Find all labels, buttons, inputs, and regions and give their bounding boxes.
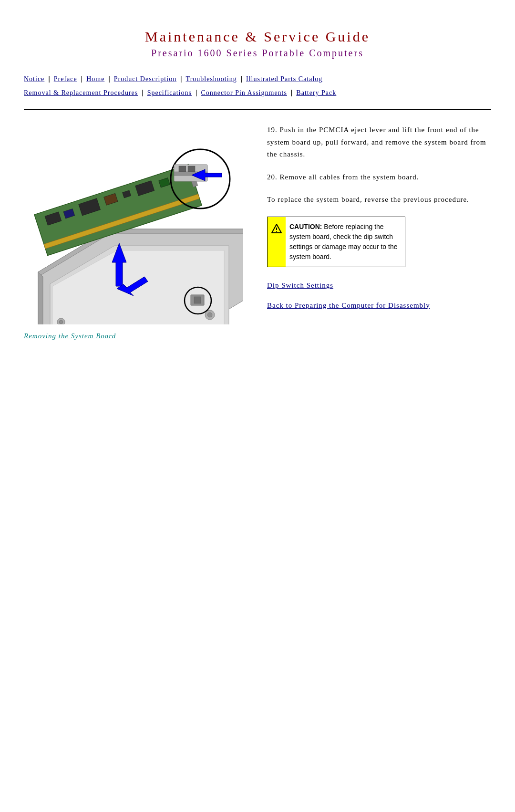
step-19: 19. Push in the PCMCIA eject lever and l… <box>267 124 491 161</box>
caution-text: CAUTION: Before replacing the system boa… <box>286 217 405 267</box>
sep7: | <box>194 89 199 96</box>
nav-connector-pin[interactable]: Connector Pin Assignments <box>201 89 287 96</box>
nav-specifications[interactable]: Specifications <box>147 89 192 96</box>
nav-product-description[interactable]: Product Description <box>114 75 176 83</box>
svg-point-32 <box>276 231 277 232</box>
svg-point-8 <box>59 320 63 324</box>
sep4: | <box>178 75 184 83</box>
system-board-svg <box>24 124 243 324</box>
image-caption-link[interactable]: Removing the System Board <box>24 332 116 340</box>
navigation-bar: Notice | Preface | Home | Product Descri… <box>24 72 491 100</box>
step-20: 20. Remove all cables from the system bo… <box>267 171 491 184</box>
svg-rect-29 <box>194 297 201 303</box>
step-replace: To replace the system board, reverse the… <box>267 194 491 206</box>
nav-preface[interactable]: Preface <box>54 75 77 83</box>
nav-troubleshooting[interactable]: Troubleshooting <box>186 75 237 83</box>
nav-notice[interactable]: Notice <box>24 75 44 83</box>
content-area: Removing the System Board 19. Push in th… <box>24 124 491 340</box>
sep2: | <box>79 75 84 83</box>
left-panel: Removing the System Board <box>24 124 253 340</box>
dip-switch-link[interactable]: Dip Switch Settings <box>267 280 491 291</box>
caution-box: CAUTION: Before replacing the system boa… <box>267 217 405 267</box>
nav-illustrated-parts[interactable]: Illustrated Parts Catalog <box>246 75 322 83</box>
main-title: Maintenance & Service Guide <box>24 29 491 45</box>
page-header: Maintenance & Service Guide Presario 160… <box>24 29 491 59</box>
sub-title: Presario 1600 Series Portable Computers <box>24 48 491 59</box>
divider <box>24 109 491 110</box>
caution-triangle-icon <box>271 223 282 234</box>
svg-point-6 <box>207 312 212 317</box>
nav-home[interactable]: Home <box>86 75 104 83</box>
sep5: | <box>239 75 244 83</box>
svg-rect-25 <box>188 166 195 172</box>
sep3: | <box>106 75 112 83</box>
svg-rect-24 <box>179 166 186 172</box>
caution-label: CAUTION: <box>289 223 322 230</box>
nav-battery-pack[interactable]: Battery Pack <box>296 89 336 96</box>
system-board-image <box>24 124 243 324</box>
caution-yellow-bar <box>268 217 286 267</box>
back-to-preparing-link[interactable]: Back to Preparing the Computer for Disas… <box>267 300 491 311</box>
sep1: | <box>46 75 52 83</box>
nav-removal-replacement[interactable]: Removal & Replacement Procedures <box>24 89 138 96</box>
right-panel: 19. Push in the PCMCIA eject lever and l… <box>267 124 491 320</box>
sep6: | <box>140 89 145 96</box>
svg-marker-2 <box>38 272 43 324</box>
sep8: | <box>289 89 294 96</box>
